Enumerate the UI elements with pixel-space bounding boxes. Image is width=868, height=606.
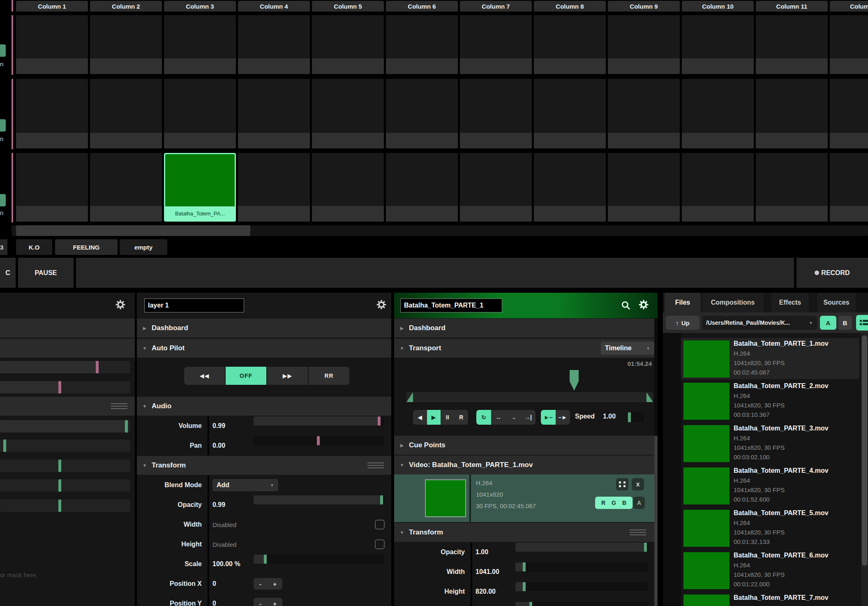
gear-icon[interactable] xyxy=(376,299,387,310)
out-point-marker[interactable] xyxy=(646,392,653,402)
composition-fader[interactable] xyxy=(0,439,130,452)
transport-loop-button[interactable]: ↻ xyxy=(476,410,491,425)
composition-fader[interactable] xyxy=(0,479,130,492)
opacity-slider[interactable] xyxy=(515,543,648,552)
column-header[interactable]: Column 6 xyxy=(386,1,458,12)
clip-slot[interactable] xyxy=(90,79,162,148)
opacity-value[interactable]: 1.00 xyxy=(476,543,488,562)
expander-expanded-icon[interactable] xyxy=(399,346,405,351)
opacity-value[interactable]: 0.99 xyxy=(212,495,225,514)
alpha-channel-toggle[interactable]: A xyxy=(633,497,645,509)
composition-fader[interactable] xyxy=(0,500,130,512)
dashboard-section-header[interactable]: Dashboard xyxy=(137,319,391,338)
pan-slider[interactable] xyxy=(254,436,384,445)
file-item[interactable]: Batalha_Totem_PARTE_6.movH.2641041x820, … xyxy=(681,550,859,591)
composition-section-row[interactable] xyxy=(0,339,135,358)
transport-section-header[interactable]: Transport Timeline ▼ xyxy=(394,339,658,358)
record-button[interactable]: RECORD xyxy=(796,258,868,288)
scale-value[interactable]: 100.00 % xyxy=(476,602,503,606)
column-header[interactable]: Column 4 xyxy=(238,1,310,12)
position-y-value[interactable]: 0 xyxy=(212,594,216,606)
column-header[interactable]: Column 9 xyxy=(608,1,680,12)
clip-slot[interactable] xyxy=(90,153,162,222)
file-item[interactable]: Batalha_Totem_PARTE_3.movH.2641041x820, … xyxy=(681,423,859,464)
video-section-header[interactable]: Video: Batalha_Totem_PARTE_1.mov xyxy=(394,456,658,474)
column-header[interactable]: Column 10 xyxy=(682,1,754,12)
tab-effects[interactable]: Effects xyxy=(771,293,809,312)
clip-slot[interactable] xyxy=(608,15,680,74)
clip-panel-scrollbar[interactable] xyxy=(654,318,658,606)
clip-slot[interactable] xyxy=(534,15,606,74)
file-item[interactable]: Batalha_Totem_PARTE_2.movH.2641041x820, … xyxy=(681,380,859,421)
height-slider[interactable] xyxy=(515,582,648,591)
opacity-slider[interactable] xyxy=(254,495,384,504)
transport-beat-trigger-button[interactable]: –► xyxy=(556,410,570,425)
position-x-value[interactable]: 0 xyxy=(212,574,216,593)
drag-handle-icon[interactable] xyxy=(111,403,127,409)
height-checkbox[interactable] xyxy=(375,539,385,549)
fullscreen-icon[interactable] xyxy=(616,478,628,490)
expander-collapsed-icon[interactable] xyxy=(399,443,405,448)
clip-slot[interactable] xyxy=(756,15,828,74)
pan-value[interactable]: 0.00 xyxy=(212,436,225,455)
clip-slot[interactable] xyxy=(682,153,754,222)
clip-slot[interactable] xyxy=(238,79,310,148)
file-item[interactable]: Batalha_Totem_PARTE_4.movH.2641041x820, … xyxy=(681,465,859,506)
clip-slot[interactable] xyxy=(830,15,868,74)
clip-slot[interactable] xyxy=(830,79,868,148)
width-value[interactable]: 1041.00 xyxy=(476,562,499,581)
clip-slot[interactable] xyxy=(16,153,88,222)
layer-name-input[interactable] xyxy=(144,298,244,312)
column-header[interactable]: Column 1 xyxy=(16,1,88,12)
transport-pause-button[interactable]: II xyxy=(441,410,455,425)
position-y-stepper[interactable]: -+ xyxy=(254,598,282,606)
column-header[interactable]: Column 5 xyxy=(312,1,384,12)
deck-tab-k-o[interactable]: K.O xyxy=(16,239,52,255)
transport-bounce-button[interactable]: ↔ xyxy=(491,410,506,425)
blend-mode-dropdown[interactable]: Add ▼ xyxy=(212,479,278,491)
pause-button[interactable]: PAUSE xyxy=(18,258,74,288)
clip-slot[interactable] xyxy=(460,153,532,222)
scrollbar-thumb[interactable] xyxy=(862,335,867,566)
blue-channel[interactable]: B xyxy=(622,500,626,506)
timeline-playhead[interactable] xyxy=(570,370,579,391)
path-dropdown[interactable]: /Users/Retina_Paul/Movies/K... ▼ xyxy=(702,316,817,330)
scrollbar-thumb[interactable] xyxy=(16,225,250,236)
timeline-in-out-bar[interactable] xyxy=(406,392,653,402)
column-header[interactable]: Column 12 xyxy=(830,1,868,12)
speed-value[interactable]: 1.00 xyxy=(603,413,616,420)
green-channel[interactable]: G xyxy=(612,500,616,506)
clip-name-input[interactable] xyxy=(400,298,502,312)
expander-expanded-icon[interactable] xyxy=(399,530,405,535)
transport-timeline-trigger-button[interactable]: ►– xyxy=(541,410,556,425)
clip-slot[interactable] xyxy=(16,79,88,148)
dashboard-section-header[interactable]: Dashboard xyxy=(394,319,658,338)
in-point-marker[interactable] xyxy=(406,392,413,402)
expander-expanded-icon[interactable] xyxy=(399,463,405,467)
deck-a-button[interactable]: A xyxy=(820,316,836,330)
width-slider[interactable] xyxy=(515,562,648,571)
minus-icon[interactable]: - xyxy=(259,600,261,606)
clip-slot[interactable] xyxy=(386,15,458,74)
video-thumbnail[interactable] xyxy=(425,479,466,517)
rgb-channel-toggle[interactable]: R G B xyxy=(595,497,633,509)
expander-collapsed-icon[interactable] xyxy=(399,326,405,331)
clip-slot[interactable] xyxy=(164,15,236,74)
scale-slider[interactable] xyxy=(515,602,648,606)
autopilot-section-header[interactable]: Auto Pilot xyxy=(137,339,391,358)
transport-previous-button[interactable]: ◀ xyxy=(413,410,427,425)
autopilot-off-button[interactable]: OFF xyxy=(226,367,266,385)
gear-icon[interactable] xyxy=(638,299,649,310)
width-checkbox[interactable] xyxy=(375,520,385,530)
transport-play-button[interactable]: ▶ xyxy=(427,410,441,425)
clip-slot[interactable] xyxy=(460,15,532,74)
speed-slider[interactable] xyxy=(628,412,644,422)
deck-b-button[interactable]: B xyxy=(838,316,852,330)
composition-section-row[interactable] xyxy=(0,319,135,338)
minus-icon[interactable]: - xyxy=(259,581,261,587)
column-header[interactable]: Column 8 xyxy=(534,1,606,12)
expander-expanded-icon[interactable] xyxy=(142,346,148,351)
volume-slider[interactable] xyxy=(254,416,384,426)
clip-slot[interactable] xyxy=(90,15,162,74)
cue-points-section-header[interactable]: Cue Points xyxy=(394,436,658,455)
